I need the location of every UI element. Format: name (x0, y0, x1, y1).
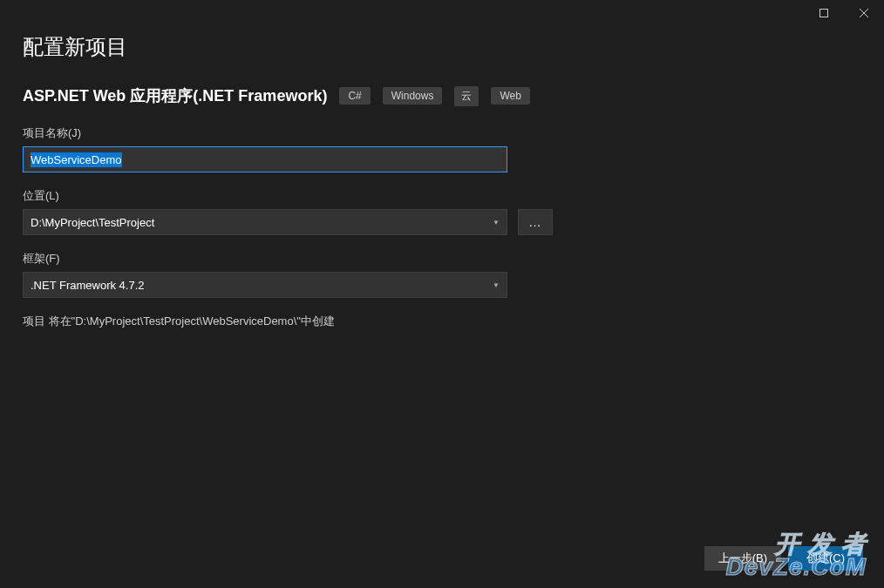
tag-csharp: C# (339, 87, 370, 105)
location-dropdown[interactable]: D:\MyProject\TestProject ▼ (23, 209, 507, 235)
footer-actions: 上一步(B) 创建(C) (704, 546, 863, 571)
close-button[interactable] (844, 0, 884, 26)
location-group: 位置(L) D:\MyProject\TestProject ▼ ... (23, 188, 861, 235)
project-name-label: 项目名称(J) (23, 125, 861, 141)
page-title: 配置新项目 (23, 33, 861, 61)
maximize-button[interactable] (804, 0, 844, 26)
tag-web: Web (491, 87, 529, 105)
chevron-down-icon: ▼ (493, 219, 500, 226)
tag-cloud: 云 (454, 86, 479, 106)
framework-group: 框架(F) .NET Framework 4.7.2 ▼ (23, 251, 861, 298)
location-value: D:\MyProject\TestProject (31, 216, 154, 229)
framework-label: 框架(F) (23, 251, 861, 267)
content-area: 配置新项目 ASP.NET Web 应用程序(.NET Framework) C… (0, 26, 884, 329)
framework-dropdown[interactable]: .NET Framework 4.7.2 ▼ (23, 272, 507, 298)
template-header: ASP.NET Web 应用程序(.NET Framework) C# Wind… (23, 85, 861, 106)
project-name-input[interactable]: WebServiceDemo (23, 146, 507, 172)
project-name-group: 项目名称(J) WebServiceDemo (23, 125, 861, 172)
back-button[interactable]: 上一步(B) (704, 546, 781, 571)
template-name: ASP.NET Web 应用程序(.NET Framework) (23, 85, 327, 106)
project-name-value: WebServiceDemo (31, 152, 122, 167)
tag-windows: Windows (383, 87, 443, 105)
browse-button[interactable]: ... (518, 209, 553, 235)
chevron-down-icon: ▼ (493, 281, 500, 289)
svg-rect-0 (820, 10, 828, 17)
titlebar (0, 0, 884, 26)
framework-value: .NET Framework 4.7.2 (31, 279, 145, 292)
creation-path-info: 项目 将在"D:\MyProject\TestProject\WebServic… (23, 314, 861, 329)
create-button[interactable]: 创建(C) (788, 546, 863, 571)
location-label: 位置(L) (23, 188, 861, 204)
